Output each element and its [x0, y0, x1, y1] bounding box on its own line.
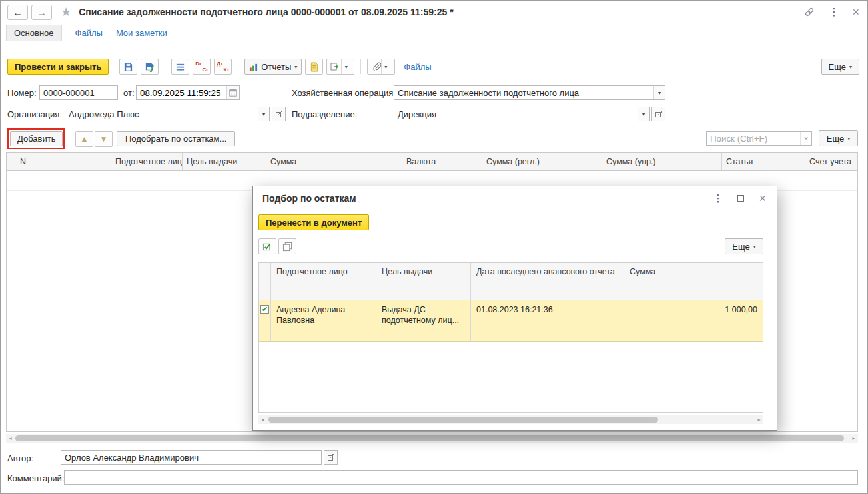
forward-button[interactable]: →: [31, 5, 52, 20]
scrollbar-thumb[interactable]: [15, 435, 844, 441]
scroll-right-icon[interactable]: ▸: [849, 435, 858, 441]
dialog-column-person[interactable]: Подотчетное лицо: [271, 263, 376, 300]
document-title: Списание задолженности подотчетного лица…: [79, 7, 453, 17]
chevron-down-icon[interactable]: ▾: [653, 86, 665, 99]
save-button[interactable]: [119, 59, 137, 75]
department-open-button[interactable]: [651, 107, 665, 121]
date-field: [136, 85, 240, 100]
back-button[interactable]: ←: [7, 5, 28, 20]
column-header-person[interactable]: Подотчетное лицо: [111, 153, 183, 170]
operation-value[interactable]: Списание задолженности подотчетного лица: [394, 86, 653, 99]
uncheck-all-button[interactable]: [278, 238, 296, 254]
dialog-close-icon[interactable]: ×: [759, 192, 766, 204]
date-label: от:: [123, 88, 135, 98]
copy-link-icon[interactable]: [803, 6, 815, 18]
more-menu-icon[interactable]: ⋮: [829, 6, 839, 18]
scroll-left-icon[interactable]: ◂: [258, 417, 267, 423]
number-label: Номер:: [7, 88, 37, 98]
paperclip-icon: [372, 62, 381, 71]
cell-person[interactable]: Авдеева Аделина Павловна: [271, 300, 376, 341]
column-header-n[interactable]: N: [7, 153, 111, 170]
scroll-left-icon[interactable]: ◂: [6, 435, 15, 441]
column-header-account[interactable]: Счет учета: [805, 153, 857, 170]
column-header-sum-regl[interactable]: Сумма (регл.): [482, 153, 602, 170]
organization-value[interactable]: Андромеда Плюс: [65, 107, 258, 121]
attach-file-button[interactable]: ▾: [367, 59, 395, 75]
cell-purpose[interactable]: Выдача ДС подотчетному лиц...: [376, 300, 471, 341]
search-input[interactable]: [707, 132, 800, 145]
post-and-close-button[interactable]: Провести и закрыть: [7, 59, 109, 75]
tab-files[interactable]: Файлы: [75, 28, 103, 38]
send-button[interactable]: ▾: [326, 59, 354, 75]
tab-notes[interactable]: Мои заметки: [116, 28, 167, 38]
grid-more-button[interactable]: Еще▾: [819, 130, 858, 146]
dialog-column-date[interactable]: Дата последнего авансового отчета: [471, 263, 624, 300]
toolbar-more-button[interactable]: Еще▾: [821, 59, 859, 75]
scrollbar-thumb[interactable]: [268, 417, 658, 423]
chevron-down-icon: ▾: [381, 59, 390, 74]
chevron-down-icon: ▾: [294, 64, 297, 70]
dialog-table-row[interactable]: ✔ Авдеева Аделина Павловна Выдача ДС под…: [259, 300, 763, 342]
dr-cr-register-button[interactable]: Dr Cr: [193, 59, 211, 75]
column-header-item[interactable]: Статья: [722, 153, 805, 170]
dialog-column-sum[interactable]: Сумма: [624, 263, 763, 300]
organization-label: Организация:: [7, 109, 62, 119]
department-value[interactable]: Дирекция: [394, 107, 638, 121]
comment-input[interactable]: [64, 470, 858, 485]
dialog-controls: ⋮ ×: [713, 192, 766, 204]
dialog-column-purpose[interactable]: Цель выдачи: [376, 263, 471, 300]
chevron-down-icon: ▾: [753, 244, 756, 250]
author-open-button[interactable]: [324, 450, 338, 465]
titlebar-controls: ⋮ ×: [803, 6, 859, 18]
organization-open-button[interactable]: [272, 107, 286, 121]
add-row-button[interactable]: Добавить: [10, 131, 63, 146]
column-header-purpose[interactable]: Цель выдачи: [183, 153, 266, 170]
post-document-icon: [145, 62, 155, 72]
pick-by-balances-button[interactable]: Подобрать по остаткам...: [117, 131, 235, 146]
arrow-up-icon: ▲: [81, 134, 89, 144]
dialog-more-menu-icon[interactable]: ⋮: [713, 192, 723, 204]
document-icon: [310, 62, 319, 72]
calendar-button[interactable]: [226, 86, 239, 99]
chevron-down-icon[interactable]: ▾: [638, 107, 649, 121]
column-header-sum-upr[interactable]: Сумма (упр.): [602, 153, 722, 170]
dialog-more-button[interactable]: Еще▾: [725, 238, 763, 254]
tab-main[interactable]: Основное: [6, 25, 62, 41]
tabs-row: Основное Файлы Мои заметки: [1, 23, 867, 43]
chevron-down-icon[interactable]: ▾: [258, 107, 269, 121]
files-link[interactable]: Файлы: [404, 62, 431, 72]
row-checkbox[interactable]: ✔: [259, 300, 271, 341]
clear-search-icon[interactable]: ×: [800, 132, 811, 145]
column-header-sum[interactable]: Сумма: [266, 153, 402, 170]
column-header-currency[interactable]: Валюта: [402, 153, 482, 170]
move-up-button[interactable]: ▲: [75, 131, 93, 147]
cell-date[interactable]: 01.08.2023 16:21:36: [471, 300, 624, 341]
scrollbar-track[interactable]: [267, 416, 755, 423]
scroll-right-icon[interactable]: ▸: [755, 417, 763, 423]
toolbar-separator: [238, 59, 238, 74]
checkbox-column-header[interactable]: [259, 263, 271, 300]
calendar-icon: [229, 89, 237, 97]
post-document-button[interactable]: [141, 59, 159, 75]
dialog-maximize-icon[interactable]: [737, 195, 744, 202]
check-all-button[interactable]: [258, 238, 276, 254]
dt-kt-register-button[interactable]: Дт Кт: [214, 59, 232, 75]
number-input[interactable]: [39, 85, 118, 100]
search-field: ×: [706, 131, 812, 146]
favorite-star-icon[interactable]: ★: [61, 5, 71, 19]
chevron-down-icon: ▾: [341, 59, 350, 74]
cell-amount[interactable]: 1 000,00: [624, 300, 763, 341]
uncheck-all-icon: [282, 242, 292, 252]
reports-button[interactable]: Отчеты ▾: [244, 59, 302, 75]
date-input[interactable]: [137, 86, 226, 99]
main-horizontal-scrollbar: ◂ ▸: [6, 434, 858, 443]
transfer-to-document-button[interactable]: Перенести в документ: [258, 214, 369, 230]
author-input[interactable]: [61, 450, 322, 465]
toolbar-separator: [360, 59, 361, 74]
close-icon[interactable]: ×: [852, 6, 859, 18]
document-templates-button[interactable]: [305, 59, 323, 75]
register-records-button[interactable]: [171, 59, 189, 75]
scrollbar-track[interactable]: [15, 435, 849, 442]
move-down-button[interactable]: ▼: [95, 131, 113, 147]
check-all-icon: [262, 242, 272, 252]
